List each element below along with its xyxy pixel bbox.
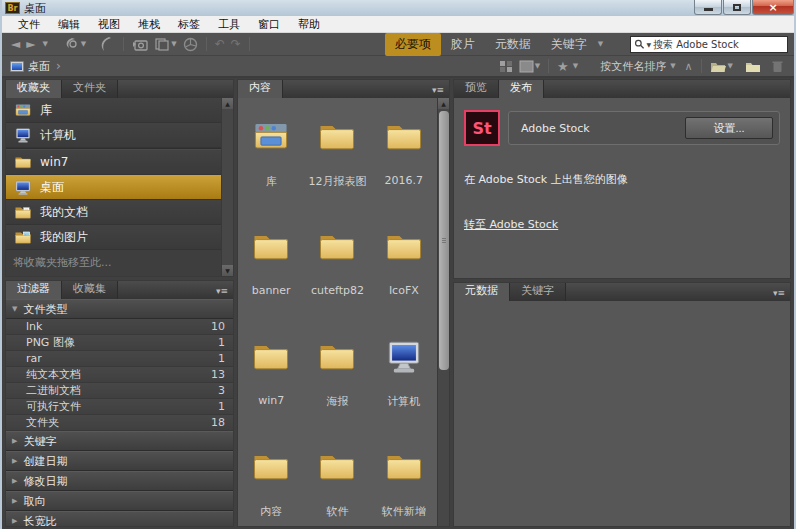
menu-tools[interactable]: 工具 <box>209 17 249 32</box>
open-folder-icon[interactable]: ▼ <box>707 60 736 73</box>
tab-favorites[interactable]: 收藏夹 <box>6 79 62 98</box>
content-item-folder[interactable]: IcoFX <box>371 214 437 324</box>
content-item-folder[interactable]: win7 <box>238 324 304 434</box>
content-item-folder[interactable]: 海报 <box>304 324 370 434</box>
content-item-folder[interactable]: cuteftp82 <box>304 214 370 324</box>
maximize-button[interactable] <box>723 0 751 15</box>
menu-help[interactable]: 帮助 <box>289 17 329 32</box>
content-item-folder[interactable]: 2016.7 <box>371 104 437 214</box>
sort-direction-icon[interactable]: ∧ <box>682 61 696 72</box>
workspace-tab-keywords[interactable]: 关键字 <box>541 33 597 56</box>
workspace-tab-filmstrip[interactable]: 胶片 <box>441 33 485 56</box>
history-dropdown-icon[interactable]: ▼ <box>39 41 50 48</box>
content-item-folder[interactable]: 软件 <box>304 434 370 526</box>
favorite-item-win7[interactable]: win7 <box>6 150 221 175</box>
panel-menu-icon[interactable]: ▾≡ <box>211 283 233 299</box>
tab-metadata[interactable]: 元数据 <box>454 282 510 301</box>
filter-item-executable[interactable]: 可执行文件 1 <box>6 399 233 415</box>
menu-stacks[interactable]: 堆栈 <box>129 17 169 32</box>
favorites-scrollbar[interactable]: ▲ ▼ <box>221 98 233 276</box>
minimize-button[interactable] <box>694 0 722 15</box>
delete-icon[interactable] <box>769 60 786 73</box>
content-item-libraries[interactable]: 库 <box>238 104 304 214</box>
tab-filter[interactable]: 过滤器 <box>6 280 62 299</box>
sort-dropdown-icon[interactable]: ▼ <box>670 62 675 70</box>
search-input[interactable] <box>653 39 784 50</box>
filter-group-date-created[interactable]: ▶ 创建日期 <box>6 451 233 471</box>
title-bar[interactable]: Br 桌面 × <box>2 0 794 16</box>
filter-item-folder[interactable]: 文件夹 18 <box>6 415 233 431</box>
filter-group-keywords[interactable]: ▶ 关键字 <box>6 431 233 451</box>
star-dropdown-icon[interactable]: ▼ <box>573 62 578 70</box>
window-title: 桌面 <box>24 1 46 16</box>
filter-group-orientation[interactable]: ▶ 取向 <box>6 491 233 511</box>
favorite-item-my-pictures[interactable]: 我的图片 <box>6 225 221 250</box>
refine-icon[interactable] <box>180 37 201 52</box>
scrollbar-thumb[interactable] <box>439 111 449 370</box>
menu-label[interactable]: 标签 <box>169 17 209 32</box>
boomerang-icon[interactable] <box>97 37 118 52</box>
go-to-adobe-stock-link[interactable]: 转至 Adobe Stock <box>464 217 558 232</box>
toolbar-separator <box>701 59 702 73</box>
favorite-item-libraries[interactable]: 库 <box>6 98 221 123</box>
scroll-up-icon[interactable]: ▲ <box>438 98 450 109</box>
scroll-down-icon[interactable]: ▼ <box>222 265 234 276</box>
tab-content[interactable]: 内容 <box>238 79 283 98</box>
content-scrollbar[interactable]: ▲ <box>437 98 449 526</box>
filter-item-lnk[interactable]: lnk 10 <box>6 319 233 335</box>
folder-icon <box>315 114 359 158</box>
favorite-item-desktop[interactable]: 桌面 <box>6 175 221 200</box>
breadcrumb[interactable]: 桌面 › <box>10 59 67 74</box>
menu-edit[interactable]: 编辑 <box>49 17 89 32</box>
new-folder-icon[interactable] <box>742 60 764 73</box>
breadcrumb-desktop[interactable]: 桌面 <box>28 59 50 74</box>
menu-file[interactable]: 文件 <box>9 17 49 32</box>
filter-item-plain-text[interactable]: 纯文本文档 13 <box>6 367 233 383</box>
star-filter-icon[interactable]: ★ <box>554 60 572 73</box>
workspace-tab-essentials[interactable]: 必要项 <box>385 33 441 56</box>
detail-view-icon[interactable]: ▼ <box>516 60 543 73</box>
tab-preview[interactable]: 预览 <box>454 79 499 98</box>
content-item-folder[interactable]: 软件新增 <box>371 434 437 526</box>
menu-window[interactable]: 窗口 <box>249 17 289 32</box>
favorite-item-computer[interactable]: 计算机 <box>6 123 221 148</box>
boomerang-menu-icon[interactable]: ▼ <box>61 37 89 51</box>
content-item-folder[interactable]: 12月报表图 <box>304 104 370 214</box>
tab-folders[interactable]: 文件夹 <box>62 79 118 98</box>
desktop-icon <box>13 177 33 197</box>
forward-icon[interactable]: ► <box>23 38 38 50</box>
thumbnail-view-icon[interactable] <box>496 60 516 73</box>
rotate-left-icon[interactable]: ↶ <box>212 38 228 50</box>
filter-item-png[interactable]: PNG 图像 1 <box>6 335 233 351</box>
content-item-computer[interactable]: 计算机 <box>371 324 437 434</box>
content-item-folder[interactable]: 内容 <box>238 434 304 526</box>
filter-group-aspect-ratio[interactable]: ▶ 长宽比 <box>6 511 233 526</box>
workspace-dropdown-icon[interactable]: ▼ <box>598 40 603 48</box>
close-button[interactable]: × <box>752 0 794 15</box>
tab-collections[interactable]: 收藏集 <box>62 280 118 299</box>
panel-menu-icon[interactable]: ▾≡ <box>768 285 790 301</box>
menu-view[interactable]: 视图 <box>89 17 129 32</box>
tab-keywords[interactable]: 关键字 <box>510 282 566 301</box>
batch-rename-icon[interactable]: ▼ <box>151 37 179 51</box>
scroll-up-icon[interactable]: ▲ <box>222 98 234 109</box>
breadcrumb-chevron-icon: › <box>56 59 61 73</box>
library-icon <box>13 100 33 120</box>
rotate-right-icon[interactable]: ↷ <box>228 38 244 50</box>
import-from-camera-icon[interactable] <box>129 38 151 51</box>
back-icon[interactable]: ◄ <box>8 38 23 50</box>
folder-icon <box>249 224 293 268</box>
filter-item-binary[interactable]: 二进制文档 3 <box>6 383 233 399</box>
panel-menu-icon[interactable]: ▾≡ <box>427 82 449 98</box>
content-item-folder[interactable]: banner <box>238 214 304 324</box>
search-scope-dropdown-icon[interactable]: ▼ <box>646 41 651 48</box>
favorite-item-my-documents[interactable]: 我的文档 <box>6 200 221 225</box>
settings-button[interactable]: 设置... <box>685 117 773 139</box>
filter-group-file-type[interactable]: ▼ 文件类型 <box>6 299 233 319</box>
filter-item-rar[interactable]: rar 1 <box>6 351 233 367</box>
tab-publish[interactable]: 发布 <box>499 79 544 98</box>
filter-group-date-modified[interactable]: ▶ 修改日期 <box>6 471 233 491</box>
workspace-tab-metadata[interactable]: 元数据 <box>485 33 541 56</box>
sort-label[interactable]: 按文件名排序 <box>600 59 666 74</box>
center-column: 内容 ▾≡ 库 12月报表图 <box>237 79 450 527</box>
